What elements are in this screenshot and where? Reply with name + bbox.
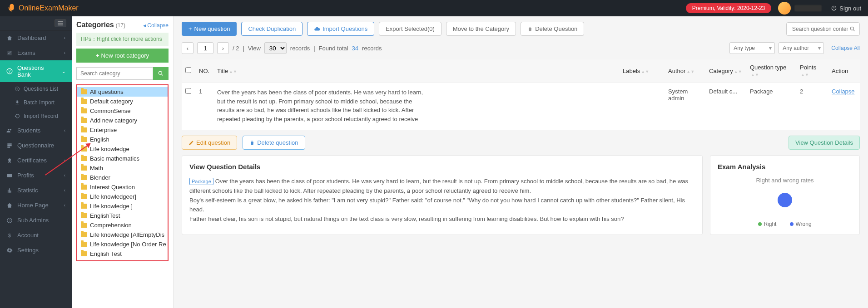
category-item[interactable]: English Test — [77, 249, 168, 259]
category-item[interactable]: Life knowledge [AllEmptyDis — [77, 230, 168, 240]
nav-certificates[interactable]: Certificates‹ — [0, 153, 72, 168]
row-collapse-button[interactable]: Collapse — [832, 88, 855, 95]
nav-questions-bank[interactable]: ?Questions Bank⌄ — [0, 60, 72, 82]
category-item[interactable]: Comprehension — [77, 220, 168, 230]
check-duplication-button[interactable]: Check Duplication — [241, 22, 303, 36]
brand-logo[interactable]: OnlineExamMaker — [7, 3, 79, 13]
home-icon — [6, 202, 13, 209]
col-points[interactable]: Points▲▼ — [796, 59, 828, 83]
categories-title: Categories — [76, 21, 114, 29]
brand-text: OnlineExamMaker — [19, 4, 79, 12]
details-title: View Question Details — [189, 163, 695, 171]
nav-batch-import[interactable]: Batch Import — [0, 96, 72, 109]
col-qtype[interactable]: Question type▲▼ — [746, 59, 796, 83]
main-sidebar: Dashboard‹ Exams‹ ?Questions Bank⌄ ?Ques… — [0, 16, 72, 308]
trash-icon — [249, 140, 255, 146]
page-input[interactable] — [197, 42, 213, 54]
folder-icon — [81, 147, 87, 152]
nav-settings[interactable]: Settings — [0, 243, 72, 258]
row-checkbox[interactable] — [185, 88, 191, 94]
details-row: View Question Details PackageOver the ye… — [182, 155, 860, 235]
select-all-checkbox[interactable] — [185, 67, 191, 73]
nav-profits[interactable]: Profits‹ — [0, 168, 72, 183]
view-details-button[interactable]: View Question Details — [789, 136, 860, 150]
category-item[interactable]: Life knowledge [No Order Re — [77, 240, 168, 249]
nav-account[interactable]: $Account — [0, 228, 72, 243]
category-item[interactable]: Add new category — [77, 116, 168, 125]
delete-question-row-button[interactable]: Delete question — [243, 136, 305, 150]
nav-sub-admins[interactable]: ?Sub Admins — [0, 213, 72, 228]
sidebar-toggle-button[interactable] — [55, 19, 66, 27]
edit-question-button[interactable]: Edit question — [182, 136, 237, 150]
category-item[interactable]: Life knowledge ] — [77, 201, 168, 211]
col-category[interactable]: Category▲▼ — [705, 59, 746, 83]
row-points: 2 — [796, 83, 828, 130]
import-questions-button[interactable]: Import Questions — [307, 22, 374, 36]
category-item[interactable]: EnglishTest — [77, 211, 168, 220]
legend-dot-wrong — [790, 222, 794, 226]
sort-icon: ▲▼ — [734, 71, 742, 73]
col-no: NO. — [195, 59, 213, 83]
category-item[interactable]: Blender — [77, 173, 168, 182]
nav-exams[interactable]: Exams‹ — [0, 45, 72, 60]
nav-students[interactable]: Students‹ — [0, 123, 72, 138]
nav-questions-list[interactable]: ?Questions List — [0, 82, 72, 96]
gear-icon — [6, 247, 13, 254]
import-icon — [15, 100, 20, 105]
sign-out-label: Sign out — [839, 5, 861, 12]
move-category-button[interactable]: Move to the Category — [446, 22, 516, 36]
sort-icon: ▲▼ — [686, 71, 694, 73]
sort-icon: ▲▼ — [229, 71, 237, 73]
nav-statistic[interactable]: Statistic‹ — [0, 183, 72, 198]
export-selected-button[interactable]: Export Selected(0) — [379, 22, 441, 36]
category-item[interactable]: Life knowledge — [77, 144, 168, 154]
new-root-category-button[interactable]: +New root category — [76, 49, 169, 63]
category-item[interactable]: Interest Question — [77, 182, 168, 192]
category-item[interactable]: Basic mathematics — [77, 154, 168, 163]
record-icon — [15, 113, 20, 119]
categories-tips: TIPs：Right click for more actions — [76, 33, 169, 46]
sidebar-toggle-row — [0, 16, 72, 30]
toolbar: +New question Check Duplication Import Q… — [182, 22, 860, 36]
nav-dashboard[interactable]: Dashboard‹ — [0, 30, 72, 45]
sign-out-button[interactable]: Sign out — [831, 5, 861, 12]
per-page-select[interactable]: 30 — [264, 42, 287, 54]
category-tree: All questions Default category CommonSen… — [76, 84, 169, 261]
pager-row: ‹ › / 2 | View 30 records | Found total … — [182, 42, 860, 54]
col-labels[interactable]: Labels▲▼ — [619, 59, 665, 83]
questions-table: NO. Title▲▼ Labels▲▼ Author▲▼ Category▲▼… — [182, 59, 860, 130]
user-avatar[interactable] — [778, 2, 791, 15]
new-question-button[interactable]: +New question — [182, 22, 237, 36]
category-item[interactable]: Enterprise — [77, 125, 168, 135]
collapse-all-button[interactable]: Collapse All — [831, 45, 860, 51]
premium-badge: Premium, Validity: 2020-12-23 — [686, 3, 772, 13]
category-item[interactable]: CommonSense — [77, 106, 168, 116]
categories-count: (17) — [116, 22, 125, 29]
category-item[interactable]: English — [77, 135, 168, 144]
search-icon — [158, 70, 164, 77]
folder-icon — [81, 89, 87, 94]
category-search-input[interactable] — [76, 67, 153, 80]
nav-home-page[interactable]: Home Page‹ — [0, 198, 72, 213]
prev-page-button[interactable]: ‹ — [182, 42, 193, 54]
question-details-panel: View Question Details PackageOver the ye… — [182, 155, 703, 235]
delete-question-button[interactable]: Delete Question — [521, 22, 584, 36]
category-search-button[interactable] — [153, 67, 169, 80]
categories-collapse-button[interactable]: ◂ Collapse — [143, 22, 169, 29]
search-icon[interactable] — [849, 26, 856, 32]
folder-icon — [81, 156, 87, 161]
next-page-button[interactable]: › — [217, 42, 229, 54]
content-search-input[interactable] — [790, 23, 849, 35]
col-author[interactable]: Author▲▼ — [665, 59, 705, 83]
nav-import-record[interactable]: Import Record — [0, 109, 72, 123]
col-title[interactable]: Title▲▼ — [213, 59, 619, 83]
author-filter[interactable]: Any author — [779, 42, 824, 54]
category-item[interactable]: Math — [77, 163, 168, 173]
form-icon — [6, 142, 13, 149]
row-title: Over the years has been the class of poo… — [217, 88, 431, 124]
category-item[interactable]: All questions — [77, 87, 168, 97]
nav-questionnaire[interactable]: Questionnaire — [0, 138, 72, 153]
category-item[interactable]: Default category — [77, 97, 168, 106]
category-item[interactable]: Life knowledgeer] — [77, 192, 168, 201]
type-filter[interactable]: Any type — [729, 42, 775, 54]
